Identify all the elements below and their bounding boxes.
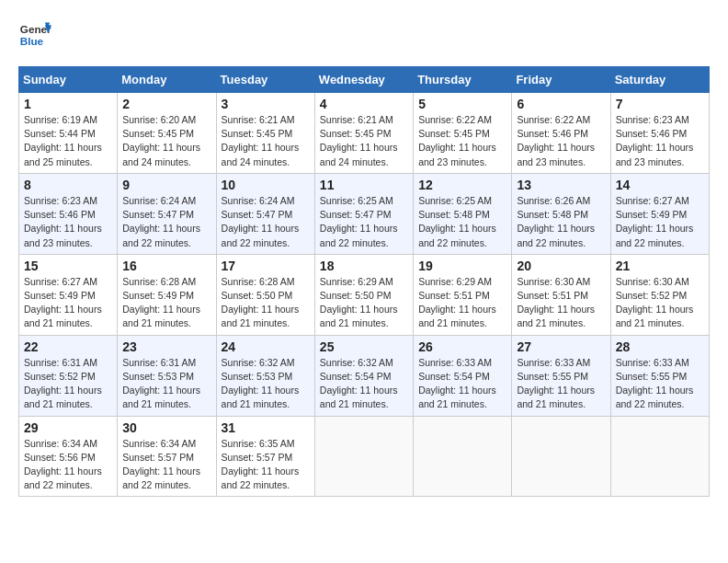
calendar-table: SundayMondayTuesdayWednesdayThursdayFrid… (18, 66, 710, 497)
day-number: 25 (320, 339, 408, 354)
day-info: Sunrise: 6:33 AM Sunset: 5:55 PM Dayligh… (517, 356, 605, 412)
calendar-cell: 8Sunrise: 6:23 AM Sunset: 5:46 PM Daylig… (19, 173, 118, 254)
calendar-cell: 12Sunrise: 6:25 AM Sunset: 5:48 PM Dayli… (414, 173, 512, 254)
day-info: Sunrise: 6:23 AM Sunset: 5:46 PM Dayligh… (24, 194, 112, 250)
day-info: Sunrise: 6:33 AM Sunset: 5:54 PM Dayligh… (418, 356, 506, 412)
day-info: Sunrise: 6:24 AM Sunset: 5:47 PM Dayligh… (222, 194, 310, 250)
day-info: Sunrise: 6:32 AM Sunset: 5:53 PM Dayligh… (222, 356, 310, 412)
day-number: 15 (24, 259, 112, 273)
calendar-cell: 1Sunrise: 6:19 AM Sunset: 5:44 PM Daylig… (19, 93, 118, 174)
calendar-cell: 21Sunrise: 6:30 AM Sunset: 5:52 PM Dayli… (610, 254, 709, 335)
calendar-cell: 4Sunrise: 6:21 AM Sunset: 5:45 PM Daylig… (314, 93, 413, 174)
day-info: Sunrise: 6:21 AM Sunset: 5:45 PM Dayligh… (320, 113, 408, 169)
day-number: 26 (418, 339, 506, 354)
day-number: 9 (122, 178, 210, 192)
day-info: Sunrise: 6:20 AM Sunset: 5:45 PM Dayligh… (122, 113, 210, 169)
day-number: 19 (418, 259, 506, 273)
calendar-cell: 18Sunrise: 6:29 AM Sunset: 5:50 PM Dayli… (314, 254, 413, 335)
day-number: 28 (616, 339, 704, 354)
calendar-cell: 5Sunrise: 6:22 AM Sunset: 5:45 PM Daylig… (414, 93, 512, 174)
calendar-cell: 23Sunrise: 6:31 AM Sunset: 5:53 PM Dayli… (118, 335, 216, 416)
column-header-saturday: Saturday (610, 67, 709, 93)
day-number: 8 (24, 178, 112, 192)
day-number: 24 (222, 339, 310, 354)
calendar-cell: 3Sunrise: 6:21 AM Sunset: 5:45 PM Daylig… (216, 93, 314, 174)
day-info: Sunrise: 6:23 AM Sunset: 5:46 PM Dayligh… (616, 113, 704, 169)
day-number: 21 (616, 259, 704, 273)
calendar-cell (314, 416, 413, 497)
day-number: 30 (122, 420, 210, 435)
calendar-cell: 24Sunrise: 6:32 AM Sunset: 5:53 PM Dayli… (216, 335, 314, 416)
day-info: Sunrise: 6:30 AM Sunset: 5:51 PM Dayligh… (517, 275, 605, 331)
column-header-friday: Friday (512, 67, 610, 93)
calendar-cell: 10Sunrise: 6:24 AM Sunset: 5:47 PM Dayli… (216, 173, 314, 254)
calendar-cell (610, 416, 709, 497)
calendar-cell: 13Sunrise: 6:26 AM Sunset: 5:48 PM Dayli… (512, 173, 610, 254)
calendar-cell: 15Sunrise: 6:27 AM Sunset: 5:49 PM Dayli… (19, 254, 118, 335)
day-info: Sunrise: 6:28 AM Sunset: 5:50 PM Dayligh… (222, 275, 310, 331)
calendar-header-row: SundayMondayTuesdayWednesdayThursdayFrid… (19, 67, 710, 93)
day-number: 11 (320, 178, 408, 192)
day-number: 7 (616, 97, 704, 111)
calendar-cell: 29Sunrise: 6:34 AM Sunset: 5:56 PM Dayli… (19, 416, 118, 497)
day-info: Sunrise: 6:22 AM Sunset: 5:46 PM Dayligh… (517, 113, 605, 169)
week-row-2: 8Sunrise: 6:23 AM Sunset: 5:46 PM Daylig… (19, 173, 710, 254)
column-header-wednesday: Wednesday (314, 67, 413, 93)
day-info: Sunrise: 6:25 AM Sunset: 5:48 PM Dayligh… (418, 194, 506, 250)
week-row-5: 29Sunrise: 6:34 AM Sunset: 5:56 PM Dayli… (19, 416, 710, 497)
day-info: Sunrise: 6:31 AM Sunset: 5:53 PM Dayligh… (122, 356, 210, 412)
day-number: 29 (24, 420, 112, 435)
calendar-cell: 28Sunrise: 6:33 AM Sunset: 5:55 PM Dayli… (610, 335, 709, 416)
day-number: 14 (616, 178, 704, 192)
day-number: 16 (122, 259, 210, 273)
day-number: 4 (320, 97, 408, 111)
column-header-sunday: Sunday (19, 67, 118, 93)
day-number: 6 (517, 97, 605, 111)
day-info: Sunrise: 6:33 AM Sunset: 5:55 PM Dayligh… (616, 356, 704, 412)
day-number: 22 (24, 339, 112, 354)
column-header-tuesday: Tuesday (216, 67, 314, 93)
day-number: 10 (222, 178, 310, 192)
logo: General Blue (18, 18, 55, 52)
page-header: General Blue (18, 18, 710, 52)
calendar-cell: 14Sunrise: 6:27 AM Sunset: 5:49 PM Dayli… (610, 173, 709, 254)
calendar-cell: 25Sunrise: 6:32 AM Sunset: 5:54 PM Dayli… (314, 335, 413, 416)
column-header-monday: Monday (118, 67, 216, 93)
day-info: Sunrise: 6:30 AM Sunset: 5:52 PM Dayligh… (616, 275, 704, 331)
calendar-cell: 30Sunrise: 6:34 AM Sunset: 5:57 PM Dayli… (118, 416, 216, 497)
day-info: Sunrise: 6:29 AM Sunset: 5:50 PM Dayligh… (320, 275, 408, 331)
day-number: 31 (222, 420, 310, 435)
day-number: 1 (24, 97, 112, 111)
calendar-cell: 17Sunrise: 6:28 AM Sunset: 5:50 PM Dayli… (216, 254, 314, 335)
day-number: 3 (222, 97, 310, 111)
calendar-cell: 27Sunrise: 6:33 AM Sunset: 5:55 PM Dayli… (512, 335, 610, 416)
calendar-cell: 6Sunrise: 6:22 AM Sunset: 5:46 PM Daylig… (512, 93, 610, 174)
calendar-cell: 7Sunrise: 6:23 AM Sunset: 5:46 PM Daylig… (610, 93, 709, 174)
day-info: Sunrise: 6:26 AM Sunset: 5:48 PM Dayligh… (517, 194, 605, 250)
day-number: 5 (418, 97, 506, 111)
day-number: 12 (418, 178, 506, 192)
logo-icon: General Blue (18, 18, 51, 52)
calendar-cell: 22Sunrise: 6:31 AM Sunset: 5:52 PM Dayli… (19, 335, 118, 416)
calendar-cell (414, 416, 512, 497)
day-info: Sunrise: 6:34 AM Sunset: 5:57 PM Dayligh… (122, 437, 210, 493)
calendar-cell (512, 416, 610, 497)
day-info: Sunrise: 6:28 AM Sunset: 5:49 PM Dayligh… (122, 275, 210, 331)
day-number: 17 (222, 259, 310, 273)
day-number: 13 (517, 178, 605, 192)
day-number: 18 (320, 259, 408, 273)
day-number: 23 (122, 339, 210, 354)
day-info: Sunrise: 6:19 AM Sunset: 5:44 PM Dayligh… (24, 113, 112, 169)
week-row-4: 22Sunrise: 6:31 AM Sunset: 5:52 PM Dayli… (19, 335, 710, 416)
day-number: 27 (517, 339, 605, 354)
day-info: Sunrise: 6:31 AM Sunset: 5:52 PM Dayligh… (24, 356, 112, 412)
day-info: Sunrise: 6:34 AM Sunset: 5:56 PM Dayligh… (24, 437, 112, 493)
calendar-cell: 16Sunrise: 6:28 AM Sunset: 5:49 PM Dayli… (118, 254, 216, 335)
calendar-cell: 20Sunrise: 6:30 AM Sunset: 5:51 PM Dayli… (512, 254, 610, 335)
day-info: Sunrise: 6:22 AM Sunset: 5:45 PM Dayligh… (418, 113, 506, 169)
day-info: Sunrise: 6:29 AM Sunset: 5:51 PM Dayligh… (418, 275, 506, 331)
day-info: Sunrise: 6:27 AM Sunset: 5:49 PM Dayligh… (24, 275, 112, 331)
calendar-cell: 26Sunrise: 6:33 AM Sunset: 5:54 PM Dayli… (414, 335, 512, 416)
day-info: Sunrise: 6:21 AM Sunset: 5:45 PM Dayligh… (222, 113, 310, 169)
day-number: 2 (122, 97, 210, 111)
